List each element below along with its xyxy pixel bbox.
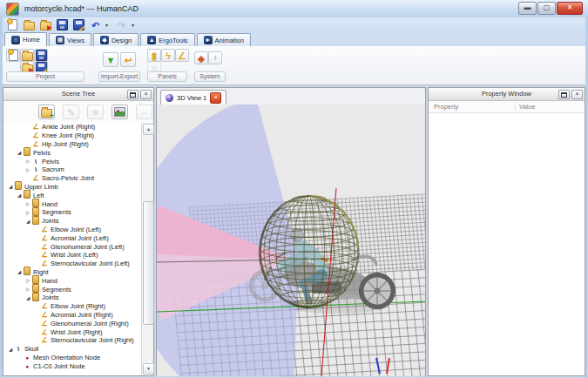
tree-expander[interactable]: ◢ [16,150,23,155]
tab-design[interactable]: ◆Design [93,33,139,46]
edit-node-button[interactable]: ✎ [63,105,79,119]
property-column-header: Property Value [429,101,585,113]
ribbon-group-import-export: ▼ ↩ Import-Export [98,48,140,83]
scene-canvas [157,105,425,376]
scrollbar-thumb[interactable] [143,201,154,325]
ribbon: Project ▼ ↩ Import-Export ▮ ϟ ∠ ○ Panels… [3,46,585,85]
scroll-down-icon[interactable]: ▼ [143,363,154,375]
column-divider[interactable] [515,102,516,111]
float-panel-icon[interactable] [127,90,139,99]
save-button[interactable] [56,19,69,31]
view3d-viewport[interactable] [157,105,425,375]
open-project-button[interactable] [23,19,36,31]
system-settings-button[interactable]: ◆ [194,51,208,64]
open-project-button[interactable] [20,49,34,62]
close-panel-icon[interactable]: × [140,90,152,99]
tree-expander[interactable]: ◢ [7,184,14,189]
tree-item[interactable]: ∠Sacro-Pelvic Joint [3,174,142,183]
scene-tree-header[interactable]: Scene Tree × [3,88,153,101]
redo-dropdown[interactable]: ▾ [132,22,138,28]
tree-item[interactable]: ▷Segments [3,285,142,294]
tree-expander[interactable]: ◢ [16,192,23,198]
tree-item[interactable]: ▷Hand [3,276,142,285]
tree-expander[interactable]: ◢ [24,295,31,300]
collapse-all-button[interactable]: – [136,105,152,119]
view3d-tab[interactable]: 3D View 1 × [160,90,226,105]
tree-expander[interactable]: ▷ [24,287,31,292]
tree-item[interactable]: ∠Wrist Joint (Left) [3,251,142,260]
property-panel-header[interactable]: Property Window × [429,88,585,101]
tab-views[interactable]: ▦Views [49,33,91,46]
design-tab-icon: ◆ [100,36,109,44]
view3d-close-icon[interactable]: × [210,92,221,104]
tree-item[interactable]: ◢Pelvis [3,148,142,157]
tree-expander[interactable]: ◢ [7,347,14,352]
new-document-button[interactable] [6,19,19,31]
tree-item-label: C1-C0 Joint Node [31,362,85,370]
close-button[interactable]: ✕ [557,2,583,15]
tab-home[interactable]: ⌂Home [4,32,47,46]
tree-item[interactable]: ◢Joints [3,217,142,226]
scroll-up-icon[interactable]: ▲ [143,124,154,135]
joint-icon: ∠ [40,336,49,344]
tree-expander[interactable]: ▷ [24,167,31,172]
new-document-button[interactable] [6,49,20,62]
tree-item[interactable]: ∠Knee Joint (Right) [3,132,142,140]
joint-icon: ∠ [40,251,49,259]
tree-item[interactable]: ∠Elbow Joint (Left) [3,226,142,234]
tree-item[interactable]: ∠Sternoclavicular Joint (Right) [3,336,142,345]
undo-icon: ↶ [91,20,101,30]
redo-button[interactable]: ↷ [115,19,128,31]
maximize-button[interactable]: ▢ [537,2,556,15]
tree-expander[interactable]: ◢ [24,219,31,224]
tree-item[interactable]: ◢Right [3,268,142,277]
save-button[interactable] [34,49,48,62]
tree-item[interactable]: ∠Glenohumeral Joint (Left) [3,242,142,251]
tree-item[interactable]: ◢\Skull [3,345,142,354]
float-panel-icon[interactable] [558,90,570,99]
minimize-button[interactable]: ▬ [518,2,537,15]
tree-expander[interactable]: ◢ [16,269,23,274]
tree-item[interactable]: ▷Hand [3,199,142,208]
tree-item[interactable]: ▷Segments [3,208,142,217]
export-button[interactable]: ↩ [120,52,136,67]
view3d-tab-label: 3D View 1 [177,94,206,102]
property-panel: Property Window × Property Value [428,87,585,376]
tree-item[interactable]: ●C1-C0 Joint Node [3,361,142,370]
undo-button[interactable]: ↶ [89,19,102,31]
import-model-button[interactable] [39,19,52,31]
property-panel-button[interactable]: ϟ [161,49,175,62]
show-image-button[interactable] [112,105,128,119]
tree-item[interactable]: ∠Glenohumeral Joint (Right) [3,319,142,327]
scene-tree-scrollbar[interactable]: ▲ ▼ [141,123,153,375]
tree-expander[interactable]: ▷ [24,201,31,206]
tree-item[interactable]: ∠Acromial Joint (Right) [3,311,142,320]
tree-expander[interactable]: ▷ [24,210,31,215]
tree-expander[interactable]: ▷ [24,278,31,283]
tree-item[interactable]: ∠Wrist Joint (Right) [3,327,142,336]
add-node-button[interactable] [38,105,55,119]
units-button[interactable]: t [208,51,222,64]
joint-icon: ∠ [31,174,40,182]
tree-item[interactable]: ▷\Sacrum [3,165,142,174]
tree-item[interactable]: ◢Joints [3,294,142,302]
tree-item[interactable]: ∠Elbow Joint (Right) [3,302,142,311]
tree-item[interactable]: ▷\Pelvis [3,157,142,165]
ribbon-group-system: ◆ t System [194,48,226,83]
close-panel-icon[interactable]: × [571,90,583,99]
import-button[interactable]: ▼ [103,52,118,67]
undo-dropdown[interactable]: ▾ [105,22,112,28]
scene-tree-panel-button[interactable]: ▮ [147,49,161,62]
delete-node-button[interactable]: ⊗ [87,105,104,119]
tree-item[interactable]: ●Mesh Orientation Node [3,354,142,362]
tab-animation[interactable]: ►Animation [197,33,251,46]
tab-ergotools[interactable]: ▲ErgoTools [140,33,194,46]
tree-expander[interactable]: ▷ [24,159,31,164]
joint-icon: ∠ [40,243,49,251]
measure-panel-button[interactable]: ∠ [175,49,189,62]
tree-item[interactable]: ◢Left [3,191,142,199]
tree-item[interactable]: ∠Acromial Joint (Left) [3,233,142,242]
tree-item[interactable]: ∠Ankle Joint (Right) [3,123,142,132]
save-as-button[interactable] [72,19,85,31]
joint-icon: ∠ [40,226,49,233]
